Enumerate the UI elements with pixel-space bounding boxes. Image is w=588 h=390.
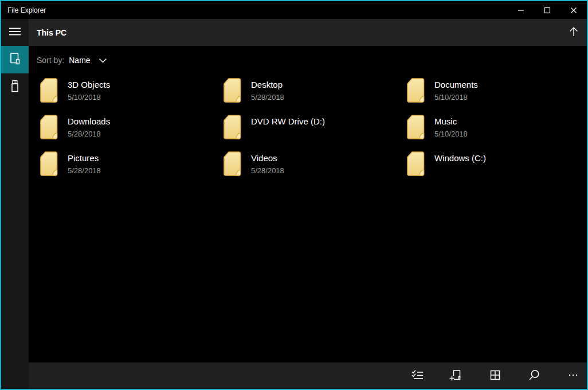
new-folder-icon xyxy=(449,368,464,384)
search-button[interactable] xyxy=(520,362,548,389)
file-name: Music xyxy=(434,116,468,127)
grid-view-icon xyxy=(488,368,503,384)
file-name: 3D Objects xyxy=(68,79,110,91)
file-name: Documents xyxy=(434,79,478,91)
folder-icon xyxy=(406,114,425,143)
file-tile[interactable]: Downloads 5/28/2018 xyxy=(39,111,222,148)
file-name: Pictures xyxy=(68,153,101,164)
file-date: 5/28/2018 xyxy=(68,129,110,139)
file-tile[interactable]: Pictures 5/28/2018 xyxy=(39,148,222,185)
file-tile-text: Music 5/10/2018 xyxy=(434,111,468,139)
hamburger-icon xyxy=(8,25,22,40)
sidebar xyxy=(1,19,29,389)
file-grid: 3D Objects 5/10/2018 Desktop 5/28/2018 xyxy=(29,75,587,185)
file-tile[interactable]: Music 5/10/2018 xyxy=(406,111,587,148)
titlebar: File Explorer xyxy=(1,1,587,19)
file-name: Desktop xyxy=(251,79,284,91)
hamburger-menu-button[interactable] xyxy=(1,19,29,46)
sort-bar[interactable]: Sort by: Name xyxy=(29,46,587,75)
file-date: 5/10/2018 xyxy=(434,129,468,139)
file-tile[interactable]: Desktop 5/28/2018 xyxy=(222,75,406,111)
header-band: This PC xyxy=(29,19,587,46)
page-title: This PC xyxy=(29,28,560,37)
file-date: 5/28/2018 xyxy=(68,166,101,176)
sidebar-item-this-pc[interactable] xyxy=(1,46,29,73)
file-explorer-window: File Explorer xyxy=(0,0,588,390)
file-tile[interactable]: Documents 5/10/2018 xyxy=(406,75,587,111)
maximize-icon xyxy=(544,7,551,14)
folder-icon xyxy=(406,77,425,106)
file-date: 5/28/2018 xyxy=(251,166,284,176)
file-tile-text: Downloads 5/28/2018 xyxy=(68,111,110,139)
folder-icon xyxy=(222,114,242,143)
more-button[interactable] xyxy=(559,362,587,389)
file-date: 5/28/2018 xyxy=(251,92,284,102)
file-tile-text: Documents 5/10/2018 xyxy=(434,75,478,102)
navigate-up-button[interactable] xyxy=(560,19,587,46)
minimize-icon xyxy=(518,7,524,14)
folder-icon xyxy=(222,150,242,180)
file-tile-text: DVD RW Drive (D:) xyxy=(251,111,325,127)
folder-icon xyxy=(39,114,58,143)
multi-select-icon xyxy=(410,368,425,384)
search-icon xyxy=(527,368,542,384)
file-name: Videos xyxy=(251,153,284,164)
multi-select-button[interactable] xyxy=(403,362,431,389)
file-tile-text: Pictures 5/28/2018 xyxy=(68,148,101,176)
file-tile[interactable]: Windows (C:) xyxy=(406,148,587,185)
minimize-button[interactable] xyxy=(508,1,534,19)
sidebar-item-removable-drive[interactable] xyxy=(1,73,29,101)
folder-icon xyxy=(39,77,58,106)
this-pc-device-icon xyxy=(7,51,22,68)
file-tile-text: Desktop 5/28/2018 xyxy=(251,75,284,102)
sort-by-value[interactable]: Name xyxy=(69,56,90,65)
grid-view-button[interactable] xyxy=(481,362,509,389)
file-date: 5/10/2018 xyxy=(434,92,478,102)
chevron-down-icon xyxy=(99,58,107,63)
folder-icon xyxy=(406,150,425,180)
sort-by-label: Sort by: xyxy=(37,56,64,65)
file-name: Windows (C:) xyxy=(434,153,486,164)
file-name: Downloads xyxy=(68,116,110,127)
file-name: DVD RW Drive (D:) xyxy=(251,116,325,127)
file-tile[interactable]: DVD RW Drive (D:) xyxy=(222,111,406,148)
folder-icon xyxy=(222,77,242,106)
folder-icon xyxy=(39,150,58,180)
ellipsis-icon xyxy=(566,368,581,384)
file-tile[interactable]: 3D Objects 5/10/2018 xyxy=(39,75,222,111)
file-tile-text: Windows (C:) xyxy=(434,148,486,164)
new-folder-button[interactable] xyxy=(442,362,470,389)
command-bar xyxy=(29,362,587,389)
maximize-button[interactable] xyxy=(534,1,560,19)
file-date: 5/10/2018 xyxy=(68,92,110,102)
window-title: File Explorer xyxy=(1,6,508,14)
content-area: Sort by: Name 3D Objects 5/10/201 xyxy=(29,46,587,362)
file-tile-text: Videos 5/28/2018 xyxy=(251,148,284,176)
close-icon xyxy=(570,7,577,14)
file-tile-text: 3D Objects 5/10/2018 xyxy=(68,75,110,102)
up-arrow-icon xyxy=(567,25,580,40)
file-tile[interactable]: Videos 5/28/2018 xyxy=(222,148,406,185)
close-button[interactable] xyxy=(560,1,587,19)
usb-drive-icon xyxy=(7,79,22,96)
